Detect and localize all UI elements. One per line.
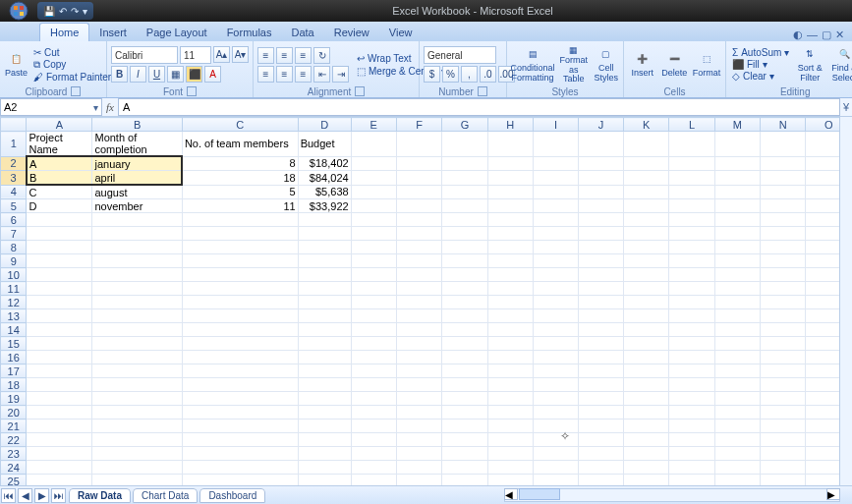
cell[interactable] [761, 433, 806, 447]
sort-filter-button[interactable]: ⇅Sort &Filter [794, 44, 825, 85]
cell[interactable] [92, 447, 182, 461]
hscroll-right-icon[interactable]: ▶ [826, 488, 840, 500]
cell[interactable] [92, 227, 182, 241]
cell[interactable] [27, 323, 92, 337]
cell[interactable] [761, 132, 806, 157]
cell[interactable] [624, 132, 669, 157]
cell[interactable]: $84,024 [298, 171, 351, 186]
cell[interactable] [624, 268, 669, 282]
cell[interactable] [714, 323, 761, 337]
cell[interactable] [351, 227, 396, 241]
number-launcher-icon[interactable] [478, 86, 487, 96]
cell[interactable] [396, 461, 441, 475]
cell[interactable] [27, 392, 92, 406]
cell[interactable] [578, 241, 623, 254]
cell[interactable] [534, 213, 579, 227]
cell[interactable] [92, 406, 182, 420]
cell[interactable] [487, 282, 533, 296]
cell[interactable] [669, 132, 714, 157]
sheet-nav-prev-icon[interactable]: ◀ [18, 488, 32, 503]
cell[interactable] [27, 433, 92, 447]
cell[interactable] [761, 309, 806, 323]
cell[interactable] [396, 323, 441, 337]
cell[interactable] [396, 268, 441, 282]
border-button[interactable]: ▦ [167, 66, 184, 83]
cell[interactable] [442, 406, 487, 420]
minimize-icon[interactable]: — [807, 28, 818, 41]
cell[interactable] [534, 392, 579, 406]
select-all-corner[interactable] [1, 118, 27, 132]
format-as-table-button[interactable]: ▦ Format as Table [557, 44, 590, 85]
cell[interactable] [396, 337, 441, 351]
cell[interactable] [761, 420, 806, 433]
formula-bar-expand-icon[interactable]: ¥ [840, 101, 852, 113]
cell[interactable] [534, 378, 579, 392]
cell[interactable]: 11 [182, 199, 298, 213]
cell[interactable] [351, 268, 396, 282]
sheet-tab[interactable]: Dashboard [199, 488, 265, 503]
cell[interactable] [624, 364, 669, 378]
cell[interactable] [298, 323, 351, 337]
cell[interactable] [442, 227, 487, 241]
cell[interactable] [487, 323, 533, 337]
cell[interactable] [396, 282, 441, 296]
font-color-button[interactable]: A [204, 66, 221, 83]
cell[interactable] [714, 378, 761, 392]
cell[interactable] [624, 447, 669, 461]
cell[interactable] [578, 156, 623, 171]
cell[interactable] [396, 364, 441, 378]
cell[interactable] [396, 171, 441, 186]
cell[interactable] [487, 132, 533, 157]
cell[interactable] [534, 241, 579, 254]
cell[interactable] [669, 185, 714, 199]
delete-cells-button[interactable]: ➖Delete [660, 44, 690, 85]
row-header[interactable]: 9 [1, 254, 27, 268]
cell[interactable] [624, 213, 669, 227]
cell[interactable] [351, 323, 396, 337]
cell[interactable] [442, 378, 487, 392]
cell[interactable] [92, 364, 182, 378]
cell[interactable] [669, 241, 714, 254]
cell[interactable] [761, 213, 806, 227]
column-header[interactable]: D [298, 118, 351, 132]
sheet-tab[interactable]: Raw Data [69, 488, 131, 503]
cell[interactable] [182, 309, 298, 323]
align-center-icon[interactable]: ≡ [276, 66, 293, 83]
column-header[interactable]: C [182, 118, 298, 132]
cell[interactable] [396, 351, 441, 364]
cell[interactable] [92, 213, 182, 227]
cell[interactable] [714, 364, 761, 378]
cell[interactable] [396, 132, 441, 157]
cell[interactable] [714, 282, 761, 296]
cell[interactable] [714, 406, 761, 420]
cell[interactable]: C [27, 185, 92, 199]
cell[interactable] [487, 241, 533, 254]
cell[interactable] [27, 241, 92, 254]
cell[interactable] [487, 296, 533, 309]
name-box[interactable]: A2 ▾ [0, 98, 102, 116]
tab-home[interactable]: Home [39, 23, 89, 41]
maximize-icon[interactable]: ▢ [822, 28, 831, 41]
sheet-nav-first-icon[interactable]: ⏮ [1, 488, 16, 503]
cell[interactable] [578, 268, 623, 282]
qat-more-icon[interactable]: ▾ [83, 6, 87, 17]
cell[interactable] [534, 254, 579, 268]
cell[interactable] [487, 447, 533, 461]
column-header[interactable]: I [534, 118, 579, 132]
cell[interactable] [351, 420, 396, 433]
cell[interactable] [92, 309, 182, 323]
align-top-icon[interactable]: ≡ [257, 47, 274, 64]
column-header[interactable]: A [27, 118, 92, 132]
tab-formulas[interactable]: Formulas [217, 24, 282, 41]
cell[interactable] [714, 268, 761, 282]
cell[interactable] [714, 420, 761, 433]
bold-button[interactable]: B [111, 66, 128, 83]
cell[interactable] [396, 309, 441, 323]
cell[interactable] [669, 213, 714, 227]
cell[interactable] [534, 296, 579, 309]
sheet-nav-last-icon[interactable]: ⏭ [51, 488, 66, 503]
cell[interactable]: B [27, 171, 92, 186]
number-format-select[interactable]: General [424, 46, 496, 64]
cell[interactable] [534, 351, 579, 364]
cell[interactable] [624, 337, 669, 351]
